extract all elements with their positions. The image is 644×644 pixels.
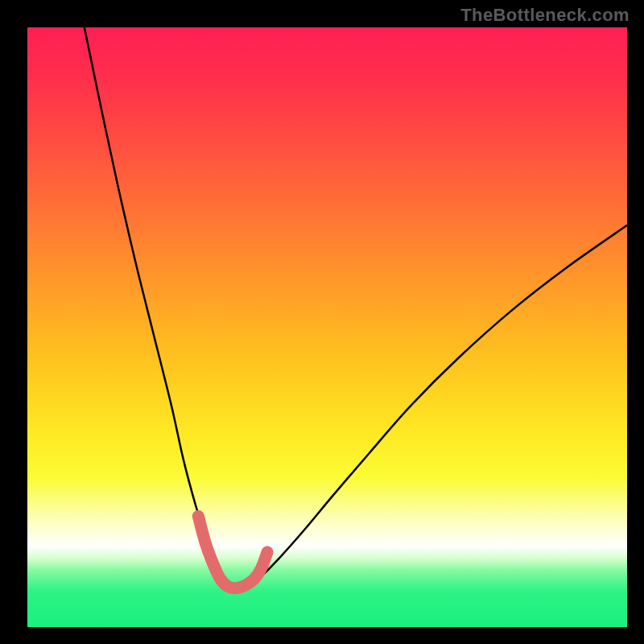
curve-svg: [27, 27, 627, 627]
plot-area: [27, 27, 627, 627]
watermark-text: TheBottleneck.com: [460, 5, 630, 26]
bottleneck-curve: [85, 27, 627, 588]
chart-frame: TheBottleneck.com: [0, 0, 644, 644]
highlight-markers: [198, 516, 267, 588]
